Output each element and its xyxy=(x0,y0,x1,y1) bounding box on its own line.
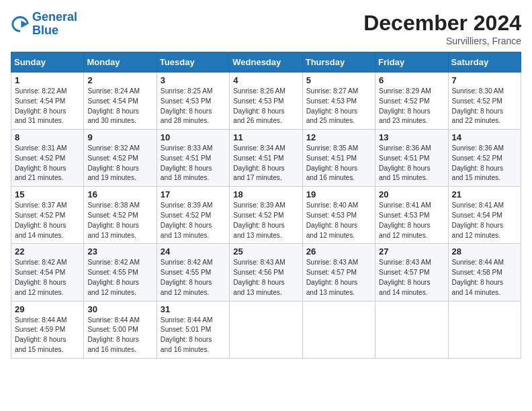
table-row: 1Sunrise: 8:22 AMSunset: 4:54 PMDaylight… xyxy=(11,73,84,130)
table-row: 14Sunrise: 8:36 AMSunset: 4:52 PMDayligh… xyxy=(448,130,521,187)
day-number: 29 xyxy=(15,304,80,314)
header-wednesday: Wednesday xyxy=(230,52,302,73)
table-row: 18Sunrise: 8:39 AMSunset: 4:52 PMDayligh… xyxy=(230,187,302,244)
day-info: Sunrise: 8:42 AMSunset: 4:54 PMDaylight:… xyxy=(15,258,80,298)
day-number: 16 xyxy=(87,189,152,199)
table-row: 20Sunrise: 8:41 AMSunset: 4:53 PMDayligh… xyxy=(375,187,448,244)
table-row: 23Sunrise: 8:42 AMSunset: 4:55 PMDayligh… xyxy=(84,244,157,301)
day-info: Sunrise: 8:44 AMSunset: 5:01 PMDaylight:… xyxy=(161,316,226,355)
day-info: Sunrise: 8:44 AMSunset: 5:00 PMDaylight:… xyxy=(87,316,152,355)
day-number: 1 xyxy=(15,75,80,85)
day-info: Sunrise: 8:34 AMSunset: 4:51 PMDaylight:… xyxy=(233,144,298,183)
table-row: 9Sunrise: 8:32 AMSunset: 4:52 PMDaylight… xyxy=(84,130,157,187)
day-info: Sunrise: 8:22 AMSunset: 4:54 PMDaylight:… xyxy=(15,87,80,126)
table-row: 27Sunrise: 8:43 AMSunset: 4:57 PMDayligh… xyxy=(375,244,448,301)
day-number: 26 xyxy=(306,246,371,257)
calendar-row: 29Sunrise: 8:44 AMSunset: 4:59 PMDayligh… xyxy=(11,301,521,358)
calendar-table: Sunday Monday Tuesday Wednesday Thursday… xyxy=(11,52,521,359)
day-number: 27 xyxy=(379,246,444,257)
table-row xyxy=(448,301,521,358)
day-info: Sunrise: 8:30 AMSunset: 4:52 PMDaylight:… xyxy=(452,87,517,126)
table-row: 4Sunrise: 8:26 AMSunset: 4:53 PMDaylight… xyxy=(230,73,302,130)
calendar-row: 8Sunrise: 8:31 AMSunset: 4:52 PMDaylight… xyxy=(11,130,521,187)
day-number: 5 xyxy=(306,75,371,85)
day-number: 28 xyxy=(452,246,517,257)
day-number: 6 xyxy=(379,75,444,85)
logo: General Blue xyxy=(11,11,77,38)
table-row xyxy=(375,301,448,358)
header-thursday: Thursday xyxy=(302,52,375,73)
day-info: Sunrise: 8:27 AMSunset: 4:53 PMDaylight:… xyxy=(306,87,371,126)
table-row: 19Sunrise: 8:40 AMSunset: 4:53 PMDayligh… xyxy=(302,187,375,244)
day-info: Sunrise: 8:31 AMSunset: 4:52 PMDaylight:… xyxy=(15,144,80,183)
calendar-row: 22Sunrise: 8:42 AMSunset: 4:54 PMDayligh… xyxy=(11,244,521,301)
day-info: Sunrise: 8:36 AMSunset: 4:52 PMDaylight:… xyxy=(452,144,517,183)
table-row: 29Sunrise: 8:44 AMSunset: 4:59 PMDayligh… xyxy=(11,301,84,358)
table-row: 3Sunrise: 8:25 AMSunset: 4:53 PMDaylight… xyxy=(157,73,229,130)
calendar-row: 15Sunrise: 8:37 AMSunset: 4:52 PMDayligh… xyxy=(11,187,521,244)
day-number: 13 xyxy=(379,132,444,142)
table-row: 28Sunrise: 8:44 AMSunset: 4:58 PMDayligh… xyxy=(448,244,521,301)
day-info: Sunrise: 8:43 AMSunset: 4:57 PMDaylight:… xyxy=(306,258,371,298)
day-number: 9 xyxy=(87,132,152,142)
table-row: 8Sunrise: 8:31 AMSunset: 4:52 PMDaylight… xyxy=(11,130,84,187)
table-row: 13Sunrise: 8:36 AMSunset: 4:51 PMDayligh… xyxy=(375,130,448,187)
table-row: 22Sunrise: 8:42 AMSunset: 4:54 PMDayligh… xyxy=(11,244,84,301)
day-info: Sunrise: 8:42 AMSunset: 4:55 PMDaylight:… xyxy=(161,258,226,298)
logo-line2: Blue xyxy=(32,24,58,37)
day-info: Sunrise: 8:26 AMSunset: 4:53 PMDaylight:… xyxy=(233,87,298,126)
table-row: 24Sunrise: 8:42 AMSunset: 4:55 PMDayligh… xyxy=(157,244,229,301)
day-number: 25 xyxy=(233,246,298,257)
day-info: Sunrise: 8:39 AMSunset: 4:52 PMDaylight:… xyxy=(161,201,226,240)
day-info: Sunrise: 8:33 AMSunset: 4:51 PMDaylight:… xyxy=(161,144,226,183)
day-info: Sunrise: 8:44 AMSunset: 4:59 PMDaylight:… xyxy=(15,316,80,355)
header-monday: Monday xyxy=(84,52,157,73)
logo-line1: General xyxy=(32,10,77,24)
day-info: Sunrise: 8:41 AMSunset: 4:53 PMDaylight:… xyxy=(379,201,444,240)
header-tuesday: Tuesday xyxy=(157,52,229,73)
day-info: Sunrise: 8:25 AMSunset: 4:53 PMDaylight:… xyxy=(161,87,226,126)
day-info: Sunrise: 8:41 AMSunset: 4:54 PMDaylight:… xyxy=(452,201,517,240)
day-number: 4 xyxy=(233,75,298,85)
day-number: 21 xyxy=(452,189,517,199)
day-info: Sunrise: 8:24 AMSunset: 4:54 PMDaylight:… xyxy=(87,87,152,126)
day-info: Sunrise: 8:36 AMSunset: 4:51 PMDaylight:… xyxy=(379,144,444,183)
day-number: 20 xyxy=(379,189,444,199)
table-row: 11Sunrise: 8:34 AMSunset: 4:51 PMDayligh… xyxy=(230,130,302,187)
day-info: Sunrise: 8:29 AMSunset: 4:52 PMDaylight:… xyxy=(379,87,444,126)
table-row xyxy=(230,301,302,358)
page-header: General Blue December 2024 Survilliers, … xyxy=(11,11,521,46)
day-info: Sunrise: 8:32 AMSunset: 4:52 PMDaylight:… xyxy=(87,144,152,183)
day-number: 23 xyxy=(87,246,152,257)
table-row: 17Sunrise: 8:39 AMSunset: 4:52 PMDayligh… xyxy=(157,187,229,244)
table-row: 26Sunrise: 8:43 AMSunset: 4:57 PMDayligh… xyxy=(302,244,375,301)
day-info: Sunrise: 8:43 AMSunset: 4:57 PMDaylight:… xyxy=(379,258,444,298)
logo-icon xyxy=(11,15,30,34)
day-info: Sunrise: 8:35 AMSunset: 4:51 PMDaylight:… xyxy=(306,144,371,183)
day-number: 14 xyxy=(452,132,517,142)
table-row xyxy=(302,301,375,358)
table-row: 2Sunrise: 8:24 AMSunset: 4:54 PMDaylight… xyxy=(84,73,157,130)
table-row: 7Sunrise: 8:30 AMSunset: 4:52 PMDaylight… xyxy=(448,73,521,130)
day-number: 12 xyxy=(306,132,371,142)
table-row: 31Sunrise: 8:44 AMSunset: 5:01 PMDayligh… xyxy=(157,301,229,358)
day-info: Sunrise: 8:43 AMSunset: 4:56 PMDaylight:… xyxy=(233,258,298,298)
table-row: 16Sunrise: 8:38 AMSunset: 4:52 PMDayligh… xyxy=(84,187,157,244)
day-number: 24 xyxy=(161,246,226,257)
table-row: 15Sunrise: 8:37 AMSunset: 4:52 PMDayligh… xyxy=(11,187,84,244)
table-row: 25Sunrise: 8:43 AMSunset: 4:56 PMDayligh… xyxy=(230,244,302,301)
location-subtitle: Survilliers, France xyxy=(363,36,521,46)
day-number: 10 xyxy=(161,132,226,142)
day-info: Sunrise: 8:42 AMSunset: 4:55 PMDaylight:… xyxy=(87,258,152,298)
day-number: 22 xyxy=(15,246,80,257)
day-number: 3 xyxy=(161,75,226,85)
day-info: Sunrise: 8:39 AMSunset: 4:52 PMDaylight:… xyxy=(233,201,298,240)
header-friday: Friday xyxy=(375,52,448,73)
month-title: December 2024 xyxy=(363,11,521,36)
day-number: 31 xyxy=(161,304,226,314)
day-number: 7 xyxy=(452,75,517,85)
header-saturday: Saturday xyxy=(448,52,521,73)
day-info: Sunrise: 8:40 AMSunset: 4:53 PMDaylight:… xyxy=(306,201,371,240)
day-number: 8 xyxy=(15,132,80,142)
table-row: 21Sunrise: 8:41 AMSunset: 4:54 PMDayligh… xyxy=(448,187,521,244)
